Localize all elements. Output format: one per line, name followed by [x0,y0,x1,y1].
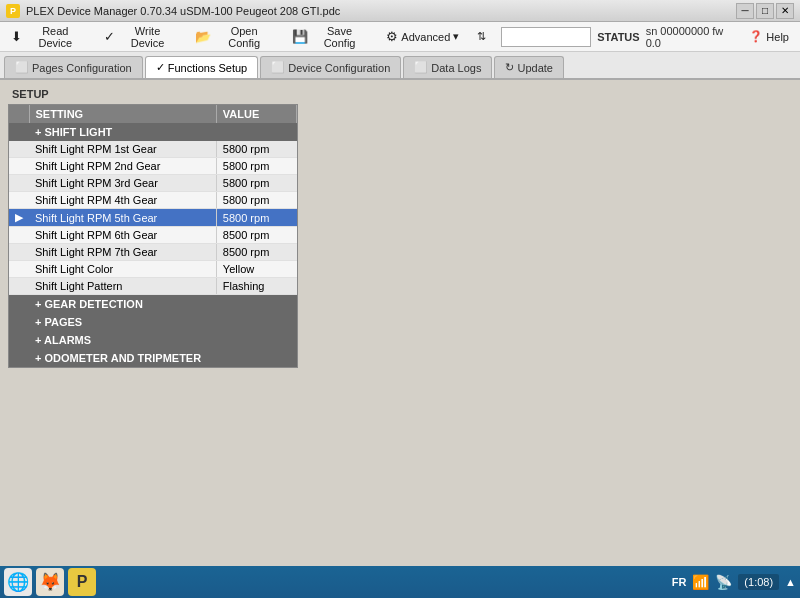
sn-label: sn 00000000 fw 0.0 [646,25,735,49]
table-body: + SHIFT LIGHT Shift Light RPM 1st Gear 5… [9,123,297,367]
status-input[interactable] [501,27,591,47]
swap-icon-button[interactable]: ⇅ [470,25,493,49]
status-label: STATUS [597,31,639,43]
help-button[interactable]: ❓ Help [742,27,796,46]
tab-pages-configuration[interactable]: ⬜ Pages Configuration [4,56,143,78]
signal-icon: 📶 [692,574,709,590]
chrome-app[interactable]: 🌐 [4,568,32,596]
row-value-0-0: 5800 rpm [216,141,296,158]
close-button[interactable]: ✕ [776,3,794,19]
table-row[interactable]: ▶ Shift Light RPM 5th Gear 5800 rpm [9,209,297,227]
write-device-icon: ✓ [104,29,115,44]
pages-config-label: Pages Configuration [32,62,132,74]
table-row[interactable]: Shift Light RPM 2nd Gear 5800 rpm [9,158,297,175]
section-row-odometer[interactable]: + ODOMETER AND TRIPMETER [9,349,297,367]
maximize-button[interactable]: □ [756,3,774,19]
value-col-header: VALUE [216,105,296,123]
row-arrow-0-6 [9,244,29,261]
section-row-gear-detection[interactable]: + GEAR DETECTION [9,295,297,314]
row-arrow-0-0 [9,141,29,158]
firefox-app[interactable]: 🦊 [36,568,64,596]
section-label-gear-detection: + GEAR DETECTION [29,295,297,314]
row-arrow-0-3 [9,192,29,209]
table-row[interactable]: Shift Light RPM 1st Gear 5800 rpm [9,141,297,158]
device-config-icon: ⬜ [271,61,285,74]
section-arrow-pages [9,313,29,331]
open-config-button[interactable]: 📂 Open Config [188,25,280,49]
row-setting-0-3: Shift Light RPM 4th Gear [29,192,216,209]
pages-config-icon: ⬜ [15,61,29,74]
tab-update[interactable]: ↻ Update [494,56,563,78]
open-config-icon: 📂 [195,29,211,44]
row-value-0-3: 5800 rpm [216,192,296,209]
table-row[interactable]: Shift Light RPM 4th Gear 5800 rpm [9,192,297,209]
update-icon: ↻ [505,61,514,74]
write-device-button[interactable]: ✓ Write Device [97,25,185,49]
table-row[interactable]: Shift Light RPM 3rd Gear 5800 rpm [9,175,297,192]
row-arrow-0-8 [9,278,29,295]
section-arrow-shift-light [9,123,29,141]
read-device-icon: ⬇ [11,29,22,44]
main-content: SETUP SETTING VALUE + SHIFT LIGHT Shift … [0,80,800,566]
app-icon: P [6,4,20,18]
section-arrow-gear-detection [9,295,29,314]
title-text: PLEX Device Manager 0.70.34 uSDM-100 Peu… [26,5,340,17]
title-bar: P PLEX Device Manager 0.70.34 uSDM-100 P… [0,0,800,22]
row-value-0-6: 8500 rpm [216,244,296,261]
section-arrow-alarms [9,331,29,349]
row-arrow-0-2 [9,175,29,192]
advanced-button[interactable]: ⚙ Advanced ▾ [379,25,466,49]
data-logs-icon: ⬜ [414,61,428,74]
functions-setup-label: Functions Setup [168,62,248,74]
row-setting-0-6: Shift Light RPM 7th Gear [29,244,216,261]
setup-label: SETUP [8,88,792,100]
status-area: STATUS sn 00000000 fw 0.0 [501,25,734,49]
title-bar-left: P PLEX Device Manager 0.70.34 uSDM-100 P… [6,4,340,18]
plex-app[interactable]: P [68,568,96,596]
row-value-0-7: Yellow [216,261,296,278]
settings-table: SETTING VALUE + SHIFT LIGHT Shift Light … [9,105,297,367]
row-setting-0-8: Shift Light Pattern [29,278,216,295]
table-row[interactable]: Shift Light RPM 7th Gear 8500 rpm [9,244,297,261]
settings-table-container: SETTING VALUE + SHIFT LIGHT Shift Light … [8,104,298,368]
row-arrow-0-7 [9,261,29,278]
tab-functions-setup[interactable]: ✓ Functions Setup [145,56,259,78]
tab-device-configuration[interactable]: ⬜ Device Configuration [260,56,401,78]
update-label: Update [517,62,552,74]
table-row[interactable]: Shift Light Pattern Flashing [9,278,297,295]
section-row-pages[interactable]: + PAGES [9,313,297,331]
section-row-shift-light[interactable]: + SHIFT LIGHT [9,123,297,141]
row-value-0-1: 5800 rpm [216,158,296,175]
advanced-dropdown-icon: ▾ [453,30,459,43]
read-device-button[interactable]: ⬇ Read Device [4,25,93,49]
chevron-up-icon[interactable]: ▲ [785,576,796,588]
section-arrow-odometer [9,349,29,367]
section-label-odometer: + ODOMETER AND TRIPMETER [29,349,297,367]
tab-data-logs[interactable]: ⬜ Data Logs [403,56,492,78]
language-label: FR [672,576,687,588]
row-setting-0-4: Shift Light RPM 5th Gear [29,209,216,227]
row-value-0-4: 5800 rpm [216,209,296,227]
minimize-button[interactable]: ─ [736,3,754,19]
toolbar: ⬇ Read Device ✓ Write Device 📂 Open Conf… [0,22,800,52]
taskbar-left: 🌐 🦊 P [4,568,96,596]
row-setting-0-5: Shift Light RPM 6th Gear [29,227,216,244]
row-value-0-8: Flashing [216,278,296,295]
section-row-alarms[interactable]: + ALARMS [9,331,297,349]
row-value-0-5: 8500 rpm [216,227,296,244]
table-row[interactable]: Shift Light Color Yellow [9,261,297,278]
tab-bar: ⬜ Pages Configuration ✓ Functions Setup … [0,52,800,80]
save-config-icon: 💾 [292,29,308,44]
row-arrow-0-5 [9,227,29,244]
time-display: (1:08) [738,574,779,590]
table-row[interactable]: Shift Light RPM 6th Gear 8500 rpm [9,227,297,244]
row-setting-0-2: Shift Light RPM 3rd Gear [29,175,216,192]
setting-col-header: SETTING [29,105,216,123]
help-icon: ❓ [749,30,763,43]
title-bar-controls[interactable]: ─ □ ✕ [736,3,794,19]
setup-panel: SETUP SETTING VALUE + SHIFT LIGHT Shift … [4,84,796,372]
arrow-header [9,105,29,123]
section-label-shift-light: + SHIFT LIGHT [29,123,297,141]
row-setting-0-7: Shift Light Color [29,261,216,278]
save-config-button[interactable]: 💾 Save Config [285,25,376,49]
